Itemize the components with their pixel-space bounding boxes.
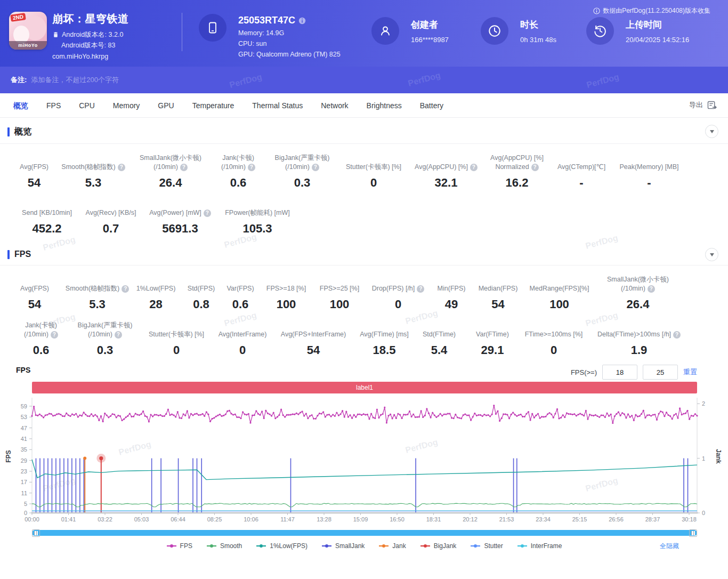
metric-std-fps-: Std(FPS)0.8 <box>181 275 221 311</box>
metric-label: SmallJank(微小卡顿) <box>607 275 669 284</box>
help-icon[interactable]: ? <box>204 210 211 217</box>
svg-text:11:47: 11:47 <box>280 516 295 522</box>
tab-gpu[interactable]: GPU <box>149 94 183 117</box>
metric-value: 5.4 <box>431 343 448 357</box>
hide-all-button[interactable]: 全隐藏 <box>660 542 679 551</box>
svg-text:28:37: 28:37 <box>645 516 660 522</box>
fps-collapse-button[interactable] <box>705 248 718 261</box>
header: 2ND miHoYo 崩坏：星穹铁道 Android版本名: 3.2.0 And… <box>0 0 728 67</box>
help-icon[interactable]: ? <box>180 164 188 171</box>
chart-label-banner: label1 <box>32 382 697 393</box>
svg-text:11: 11 <box>21 490 27 496</box>
legend-item-bigjank[interactable]: BigJank <box>420 542 457 550</box>
svg-text:15:09: 15:09 <box>353 516 368 522</box>
note-input[interactable]: 备注: 添加备注，不超过200个字符 <box>0 67 728 93</box>
tab-fps[interactable]: FPS <box>37 94 70 117</box>
legend-item-stutter[interactable]: Stutter <box>470 542 503 550</box>
reset-button[interactable]: 重置 <box>683 367 697 377</box>
duration-label: 时长 <box>520 19 556 31</box>
device-cpu: CPU: sun <box>238 40 341 47</box>
info-icon[interactable] <box>298 17 306 25</box>
note-label: 备注: <box>11 75 27 85</box>
help-icon[interactable]: ? <box>531 164 539 171</box>
tab-thermal-status[interactable]: Thermal Status <box>243 94 312 117</box>
tab-概览[interactable]: 概览 <box>4 94 37 117</box>
metric-jank-: Jank(卡顿)(/10min)?0.6 <box>217 153 259 190</box>
metric-value: 1.9 <box>631 343 648 357</box>
metric-medrange-fps-%-: MedRange(FPS)[%]100 <box>523 275 595 311</box>
metric-label: BigJank(严重卡顿) <box>275 154 330 163</box>
overview-section: 概览 Avg(FPS)54Smooth(稳帧指数)?5.3SmallJank(微… <box>0 126 728 236</box>
tab-memory[interactable]: Memory <box>104 94 149 117</box>
metric-label: FPower(帧能耗) [mW] <box>225 208 290 218</box>
app-icon-brand: miHoYo <box>9 41 47 50</box>
metric-avg-appcpu-%-: Avg(AppCPU) [%]Normalized?16.2 <box>490 153 544 190</box>
overview-collapse-button[interactable] <box>705 125 718 138</box>
svg-text:2: 2 <box>702 400 705 407</box>
metric-avg-fps-: Avg(FPS)54 <box>5 275 64 311</box>
chart-scrollbar[interactable] <box>32 529 697 537</box>
metric-avg-fps+interframe-: Avg(FPS+InterFrame)54 <box>265 320 361 357</box>
svg-text:06:44: 06:44 <box>171 516 185 522</box>
help-icon[interactable]: ? <box>122 285 129 293</box>
metric-ftime>=100ms-%-: FTime>=100ms [%]0 <box>514 320 594 357</box>
legend-marker-icon <box>206 543 217 549</box>
legend-item-1-low-fps-[interactable]: 1%Low(FPS) <box>256 542 308 550</box>
metric-value: 0.3 <box>294 176 311 190</box>
metric-avg-fps-: Avg(FPS)54 <box>5 153 63 190</box>
duration-value: 0h 31m 48s <box>520 36 556 44</box>
metric-stutter-%-: Stutter(卡顿率) [%]0 <box>345 153 402 190</box>
fps-filter-min-input[interactable] <box>602 365 637 380</box>
upload-time-value: 20/04/2025 14:52:16 <box>626 36 689 44</box>
tab-cpu[interactable]: CPU <box>70 94 104 117</box>
legend-item-interframe[interactable]: InterFrame <box>517 542 562 550</box>
metric-value: 0.6 <box>33 343 50 357</box>
metric-label: Drop(FPS) [/h]? <box>372 284 425 293</box>
chart-scrollbar-right-handle[interactable] <box>689 529 697 537</box>
export-button[interactable]: 导出 <box>689 100 703 110</box>
help-icon[interactable]: ? <box>417 285 424 293</box>
overview-section-title: 概览 <box>14 126 31 138</box>
svg-text:41: 41 <box>21 436 27 442</box>
svg-text:21:53: 21:53 <box>499 516 514 522</box>
chevron-down-icon <box>710 253 714 256</box>
fps-line-chart[interactable]: 05111723293541475359012FPSJank00:0001:41… <box>0 393 728 526</box>
metric-label: Smooth(稳帧指数)? <box>61 163 125 172</box>
help-icon[interactable]: ? <box>115 331 122 339</box>
app-icon-badge: 2ND <box>10 13 26 22</box>
export-report-icon[interactable] <box>707 101 717 110</box>
legend-item-jank[interactable]: Jank <box>378 542 406 550</box>
metric-label: Delta(FTime)>100ms [/h]? <box>597 330 681 339</box>
metric-smooth-: Smooth(稳帧指数)?5.3 <box>64 275 131 311</box>
help-icon[interactable]: ? <box>673 331 681 339</box>
help-icon[interactable]: ? <box>470 164 478 171</box>
metric-label: MedRange(FPS)[%] <box>530 284 589 293</box>
creator-icon <box>371 17 399 45</box>
help-icon[interactable]: ? <box>312 164 319 171</box>
metrics-row: Send [KB/10min]452.2Avg(Recv) [KB/s]0.7A… <box>0 199 728 236</box>
svg-text:59: 59 <box>21 403 27 409</box>
svg-text:30:18: 30:18 <box>682 516 697 522</box>
chart-scrollbar-track[interactable] <box>32 530 697 536</box>
fps-filter-max-input[interactable] <box>643 365 678 380</box>
metric-smooth-: Smooth(稳帧指数)?5.3 <box>63 153 124 190</box>
duration-icon <box>481 17 508 45</box>
metric-value: 28 <box>149 297 162 311</box>
legend-item-smalljank[interactable]: SmallJank <box>321 542 365 550</box>
legend-item-smooth[interactable]: Smooth <box>206 542 242 550</box>
tab-network[interactable]: Network <box>312 94 357 117</box>
svg-text:23: 23 <box>21 468 27 475</box>
metric-label: (/10min)? <box>88 330 122 339</box>
metric-value: 54 <box>491 297 504 311</box>
tab-temperature[interactable]: Temperature <box>183 94 244 117</box>
help-icon[interactable]: ? <box>51 331 58 339</box>
help-icon[interactable]: ? <box>248 164 255 171</box>
chart-scrollbar-left-handle[interactable] <box>32 529 40 537</box>
help-icon[interactable]: ? <box>648 285 655 293</box>
metric-1%low-fps-: 1%Low(FPS)28 <box>131 275 181 311</box>
tab-brightness[interactable]: Brightness <box>358 94 411 117</box>
metric-value: 100 <box>549 297 569 311</box>
legend-item-fps[interactable]: FPS <box>166 542 192 550</box>
tab-battery[interactable]: Battery <box>411 94 452 117</box>
legend-marker-icon <box>517 543 528 549</box>
